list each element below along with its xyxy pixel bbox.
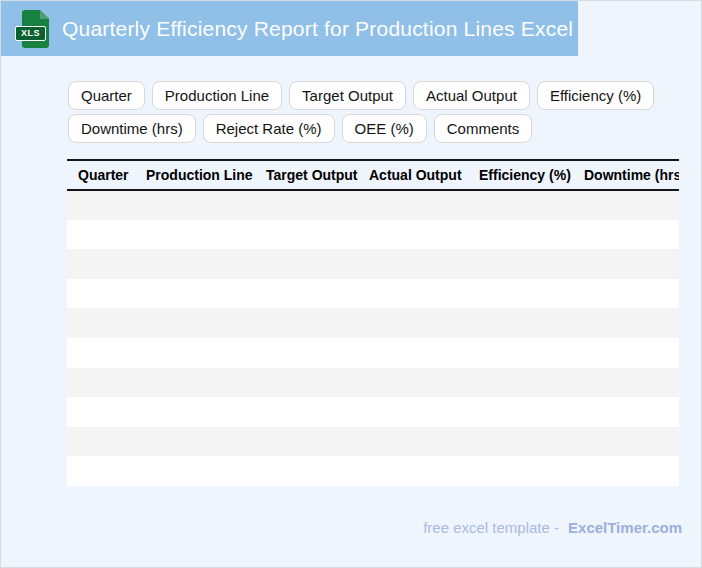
xls-file-icon: XLS: [22, 10, 49, 48]
table-cell-empty: [573, 397, 679, 427]
table-body: [67, 190, 679, 486]
table-cell-empty: [358, 220, 468, 250]
table-cell-empty: [358, 456, 468, 486]
table-cell-empty: [358, 279, 468, 309]
table-cell-empty: [135, 190, 255, 220]
table-cell-empty: [573, 338, 679, 368]
table-cell-empty: [255, 279, 358, 309]
table-cell-empty: [135, 279, 255, 309]
page: XLS Quarterly Efficiency Report for Prod…: [0, 0, 702, 568]
table-cell-empty: [135, 456, 255, 486]
table-cell-empty: [358, 308, 468, 338]
folded-corner-icon: [40, 10, 49, 19]
table-cell-empty: [468, 249, 573, 279]
table-cell-empty: [468, 220, 573, 250]
table-cell-empty: [468, 456, 573, 486]
table-cell-empty: [573, 190, 679, 220]
table-cell-empty: [358, 190, 468, 220]
table-cell-empty: [67, 427, 135, 457]
table-cell-empty: [255, 249, 358, 279]
table-cell-empty: [468, 279, 573, 309]
table-cell-empty: [573, 456, 679, 486]
table-cell-empty: [255, 190, 358, 220]
footer: free excel template - ExcelTimer.com: [423, 519, 682, 536]
table-row: [67, 220, 679, 250]
column-chip-efficiency[interactable]: Efficiency (%): [537, 81, 654, 110]
footer-brand-link[interactable]: ExcelTimer.com: [568, 519, 682, 536]
table-cell-empty: [573, 427, 679, 457]
footer-text: free excel template -: [423, 519, 559, 536]
table-cell-empty: [255, 338, 358, 368]
column-chip-comments[interactable]: Comments: [434, 114, 533, 143]
column-chip-actual-output[interactable]: Actual Output: [413, 81, 530, 110]
title-bar: XLS Quarterly Efficiency Report for Prod…: [1, 1, 578, 56]
table-cell-empty: [67, 456, 135, 486]
table-cell-empty: [67, 308, 135, 338]
table-cell-empty: [135, 220, 255, 250]
table-cell-empty: [67, 220, 135, 250]
table-row: [67, 397, 679, 427]
report-table: QuarterProduction LineTarget OutputActua…: [67, 159, 679, 486]
table-row: [67, 456, 679, 486]
table-cell-empty: [573, 279, 679, 309]
table-cell-empty: [468, 190, 573, 220]
table-cell-empty: [255, 220, 358, 250]
table-cell-empty: [468, 427, 573, 457]
column-chip-downtime-hrs[interactable]: Downtime (hrs): [68, 114, 196, 143]
table-header-cell: Actual Output: [358, 160, 468, 190]
table-cell-empty: [358, 338, 468, 368]
table-row: [67, 249, 679, 279]
table-row: [67, 427, 679, 457]
table-row: [67, 338, 679, 368]
table-header-cell: Production Line: [135, 160, 255, 190]
table-cell-empty: [468, 397, 573, 427]
table-header-cell: Quarter: [67, 160, 135, 190]
table-row: [67, 308, 679, 338]
table-cell-empty: [358, 368, 468, 398]
table-header-row: QuarterProduction LineTarget OutputActua…: [67, 160, 679, 190]
column-chip-reject-rate[interactable]: Reject Rate (%): [203, 114, 335, 143]
table-cell-empty: [135, 427, 255, 457]
table-row: [67, 368, 679, 398]
column-chip-quarter[interactable]: Quarter: [68, 81, 145, 110]
table-cell-empty: [67, 190, 135, 220]
column-chip-production-line[interactable]: Production Line: [152, 81, 282, 110]
table-cell-empty: [67, 338, 135, 368]
table-cell-empty: [67, 368, 135, 398]
table-header-cell: Target Output: [255, 160, 358, 190]
table-header-cell: Downtime (hrs): [573, 160, 679, 190]
table-cell-empty: [255, 456, 358, 486]
table-cell-empty: [255, 427, 358, 457]
table-row: [67, 279, 679, 309]
table-cell-empty: [358, 397, 468, 427]
table-cell-empty: [468, 368, 573, 398]
table-cell-empty: [135, 249, 255, 279]
table-header-cell: Efficiency (%): [468, 160, 573, 190]
column-chip-list: QuarterProduction LineTarget OutputActua…: [68, 81, 668, 143]
table-cell-empty: [255, 368, 358, 398]
table-cell-empty: [135, 397, 255, 427]
table-cell-empty: [255, 308, 358, 338]
table-cell-empty: [358, 427, 468, 457]
xls-badge: XLS: [15, 26, 46, 41]
table-cell-empty: [573, 368, 679, 398]
table-cell-empty: [573, 308, 679, 338]
table-cell-empty: [573, 249, 679, 279]
table-cell-empty: [255, 397, 358, 427]
page-title: Quarterly Efficiency Report for Producti…: [62, 17, 573, 41]
table-cell-empty: [67, 279, 135, 309]
table-row: [67, 190, 679, 220]
table-cell-empty: [358, 249, 468, 279]
report-table-container: QuarterProduction LineTarget OutputActua…: [67, 159, 679, 486]
table-cell-empty: [135, 368, 255, 398]
table-cell-empty: [468, 308, 573, 338]
table-cell-empty: [468, 338, 573, 368]
table-cell-empty: [135, 338, 255, 368]
column-chip-target-output[interactable]: Target Output: [289, 81, 406, 110]
table-cell-empty: [573, 220, 679, 250]
table-cell-empty: [67, 249, 135, 279]
column-chip-oee[interactable]: OEE (%): [342, 114, 427, 143]
table-cell-empty: [67, 397, 135, 427]
table-cell-empty: [135, 308, 255, 338]
